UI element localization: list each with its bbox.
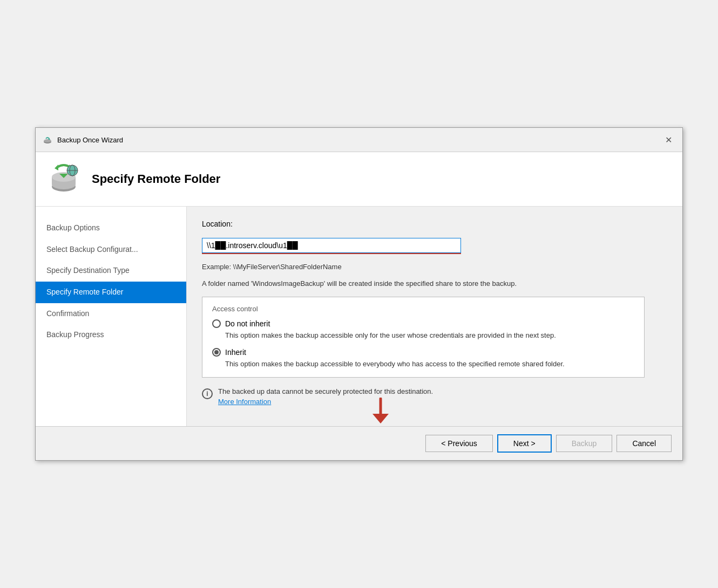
page-title: Specify Remote Folder — [92, 172, 220, 186]
location-input[interactable] — [202, 238, 461, 253]
sidebar-item-select-backup-config[interactable]: Select Backup Configurat... — [36, 239, 186, 261]
example-text: Example: \\MyFileServer\SharedFolderName — [202, 263, 667, 271]
previous-button[interactable]: < Previous — [425, 435, 493, 452]
radio-do-not-inherit[interactable] — [212, 319, 221, 328]
info-main-text: The backed up data cannot be securely pr… — [218, 387, 433, 395]
sidebar-item-backup-options[interactable]: Backup Options — [36, 217, 186, 239]
wizard-window: Backup Once Wizard ✕ Specify Remote Fold… — [35, 127, 683, 461]
window-title: Backup Once Wizard — [57, 136, 123, 144]
radio-desc-do-not-inherit: This option makes the backup accessible … — [225, 330, 634, 341]
radio-label-row-inherit[interactable]: Inherit — [212, 348, 634, 357]
access-control-title: Access control — [212, 305, 634, 313]
close-button[interactable]: ✕ — [661, 132, 676, 147]
svg-marker-14 — [372, 414, 389, 423]
access-control-box: Access control Do not inherit This optio… — [202, 297, 645, 378]
radio-item-inherit: Inherit This option makes the backup acc… — [212, 348, 634, 370]
folder-info-text: A folder named 'WindowsImageBackup' will… — [202, 278, 634, 289]
sidebar-item-specify-remote-folder[interactable]: Specify Remote Folder — [36, 282, 186, 303]
sidebar: Backup Options Select Backup Configurat.… — [36, 207, 187, 426]
arrow-indicator — [370, 398, 391, 426]
location-label: Location: — [202, 220, 667, 228]
title-bar: Backup Once Wizard ✕ — [36, 128, 682, 152]
info-box: i The backed up data cannot be securely … — [202, 387, 645, 406]
main-area: Backup Options Select Backup Configurat.… — [36, 207, 682, 426]
header-icon — [46, 162, 81, 196]
sidebar-item-backup-progress[interactable]: Backup Progress — [36, 324, 186, 346]
radio-item-do-not-inherit: Do not inherit This option makes the bac… — [212, 319, 634, 341]
header-area: Specify Remote Folder — [36, 152, 682, 207]
info-text-block: The backed up data cannot be securely pr… — [218, 387, 433, 406]
next-button[interactable]: Next > — [497, 434, 552, 453]
more-info-link[interactable]: More Information — [218, 398, 433, 406]
content-area: Location: Example: \\MyFileServer\Shared… — [187, 207, 682, 426]
radio-desc-inherit: This option makes the backup accessible … — [225, 359, 634, 370]
footer: < Previous Next > Backup Cancel — [36, 426, 682, 460]
svg-marker-7 — [55, 165, 58, 170]
radio-inherit[interactable] — [212, 348, 221, 357]
radio-group: Do not inherit This option makes the bac… — [212, 319, 634, 370]
info-icon: i — [202, 388, 213, 399]
title-bar-left: Backup Once Wizard — [42, 134, 123, 145]
app-icon — [42, 134, 53, 145]
sidebar-item-specify-dest-type[interactable]: Specify Destination Type — [36, 260, 186, 282]
radio-label-inherit: Inherit — [225, 348, 246, 357]
radio-label-do-not-inherit: Do not inherit — [225, 319, 270, 328]
location-underline — [202, 253, 461, 254]
cancel-button[interactable]: Cancel — [617, 435, 672, 452]
radio-label-row-do-not-inherit[interactable]: Do not inherit — [212, 319, 634, 328]
backup-button[interactable]: Backup — [556, 435, 613, 452]
sidebar-item-confirmation[interactable]: Confirmation — [36, 303, 186, 325]
location-input-wrap — [202, 238, 667, 254]
